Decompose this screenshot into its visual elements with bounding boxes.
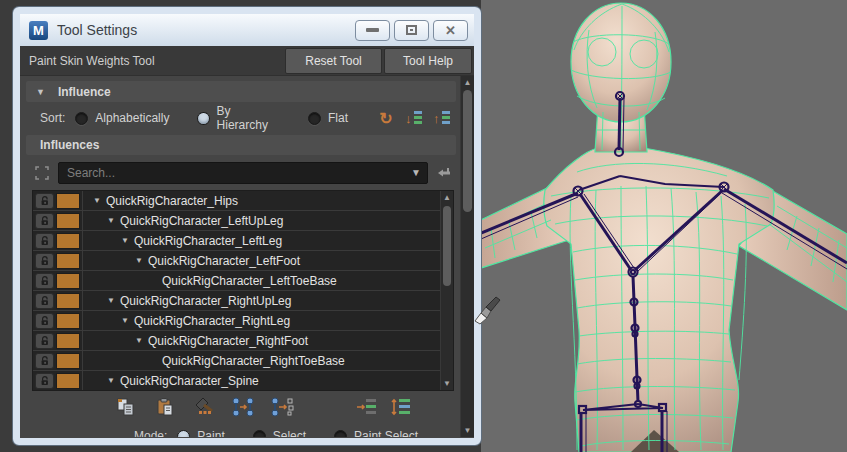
radio-option[interactable]: Flat	[308, 104, 348, 132]
lock-icon[interactable]	[35, 293, 54, 309]
expander-icon[interactable]: ▼	[119, 236, 131, 245]
tool-settings-window: M Tool Settings ✕ Paint Skin Weights Too…	[13, 7, 481, 445]
lock-icon[interactable]	[35, 213, 54, 229]
move-weights-icon[interactable]	[231, 396, 255, 418]
lock-icon[interactable]	[35, 353, 54, 369]
scroll-up-icon[interactable]: ▲	[441, 191, 453, 204]
tree-item-label: ▼QuickRigCharacter_RightFoot	[82, 331, 440, 350]
search-dropdown-icon[interactable]: ▼	[411, 167, 421, 178]
svg-text:↓: ↓	[405, 111, 412, 126]
radio-button[interactable]	[75, 112, 88, 125]
tree-row[interactable]: ▼QuickRigCharacter_RightUpLeg	[33, 291, 440, 311]
scroll-up-icon[interactable]: ▲	[461, 76, 474, 89]
tree-row[interactable]: QuickRigCharacter_RightToeBase	[33, 351, 440, 371]
move-weights-target-icon[interactable]	[270, 396, 294, 418]
collapse-icon[interactable]: ▼	[36, 87, 45, 97]
radio-option[interactable]: Paint Select	[334, 429, 418, 437]
show-influenced-icon[interactable]	[356, 396, 380, 418]
radio-option[interactable]: Select	[253, 429, 306, 437]
scroll-down-icon[interactable]: ▼	[441, 377, 453, 390]
refresh-icon[interactable]: ↻	[376, 109, 396, 127]
select-brackets-icon[interactable]	[32, 164, 52, 182]
sort-list-ascending-icon[interactable]: ↑	[432, 109, 452, 127]
influence-color-swatch[interactable]	[56, 293, 80, 309]
tree-row[interactable]: ▼QuickRigCharacter_LeftLeg	[33, 231, 440, 251]
reset-tool-button[interactable]: Reset Tool	[285, 48, 382, 74]
tree-scrollbar-thumb[interactable]	[443, 206, 451, 286]
viewport-canvas	[481, 0, 847, 452]
tree-item-label: ▼QuickRigCharacter_Hips	[82, 191, 440, 210]
sort-label: Sort:	[40, 111, 65, 125]
influence-color-swatch[interactable]	[56, 313, 80, 329]
viewport-3d[interactable]	[481, 0, 847, 452]
influence-color-swatch[interactable]	[56, 273, 80, 289]
radio-button[interactable]	[177, 430, 190, 438]
expander-icon[interactable]: ▼	[119, 316, 131, 325]
pin-influence-icon[interactable]	[434, 164, 454, 182]
expander-icon[interactable]: ▼	[133, 256, 145, 265]
tree-item-label: ▼QuickRigCharacter_LeftFoot	[82, 251, 440, 270]
weights-actions-toolbar	[26, 393, 456, 421]
radio-button[interactable]	[308, 112, 321, 125]
expander-icon[interactable]: ▼	[91, 196, 103, 205]
hammer-weights-icon[interactable]	[192, 396, 216, 418]
sort-list-descending-icon[interactable]: ↓	[404, 109, 424, 127]
lock-icon[interactable]	[35, 193, 54, 209]
influences-header: Influences	[26, 135, 456, 155]
tree-item-label: ▼QuickRigCharacter_Spine	[82, 371, 440, 390]
panel-scrollbar[interactable]: ▲ ▼	[460, 76, 474, 437]
influence-color-swatch[interactable]	[56, 373, 80, 389]
titlebar[interactable]: M Tool Settings ✕	[20, 14, 474, 46]
close-icon: ✕	[445, 23, 456, 38]
sort-row: Sort: AlphabeticallyBy HierarchyFlat ↻ ↓	[26, 105, 456, 131]
tree-row[interactable]: ▼QuickRigCharacter_Spine	[33, 371, 440, 390]
influence-section-header[interactable]: ▼ Influence	[26, 81, 456, 102]
radio-button[interactable]	[334, 430, 347, 438]
radio-button[interactable]	[253, 430, 266, 438]
radio-option[interactable]: Alphabetically	[75, 104, 169, 132]
influence-color-swatch[interactable]	[56, 193, 80, 209]
expander-icon[interactable]: ▼	[105, 216, 117, 225]
lock-icon[interactable]	[35, 373, 54, 389]
tree-row[interactable]: ▼QuickRigCharacter_Hips	[33, 191, 440, 211]
svg-text:↑: ↑	[433, 111, 440, 126]
radio-label: Flat	[328, 111, 348, 125]
tool-help-button[interactable]: Tool Help	[384, 48, 472, 74]
expander-icon[interactable]: ▼	[105, 376, 117, 385]
tree-row[interactable]: ▼QuickRigCharacter_RightFoot	[33, 331, 440, 351]
influence-color-swatch[interactable]	[56, 213, 80, 229]
tree-item-label: QuickRigCharacter_LeftToeBase	[82, 271, 440, 290]
lock-icon[interactable]	[35, 313, 54, 329]
radio-label: Alphabetically	[95, 111, 169, 125]
lock-icon[interactable]	[35, 253, 54, 269]
paste-weights-icon[interactable]	[153, 396, 177, 418]
expander-icon[interactable]: ▼	[105, 296, 117, 305]
lock-icon[interactable]	[35, 273, 54, 289]
influence-color-swatch[interactable]	[56, 233, 80, 249]
tree-row[interactable]: ▼QuickRigCharacter_LeftUpLeg	[33, 211, 440, 231]
tree-row[interactable]: QuickRigCharacter_LeftToeBase	[33, 271, 440, 291]
copy-weights-icon[interactable]	[114, 396, 138, 418]
influence-color-swatch[interactable]	[56, 253, 80, 269]
influence-color-swatch[interactable]	[56, 333, 80, 349]
tree-row[interactable]: ▼QuickRigCharacter_LeftFoot	[33, 251, 440, 271]
panel-scrollbar-thumb[interactable]	[463, 90, 472, 212]
tree-item-label: QuickRigCharacter_RightToeBase	[82, 351, 440, 370]
mode-label: Mode:	[134, 429, 167, 437]
scroll-down-icon[interactable]: ▼	[461, 424, 474, 437]
influence-color-swatch[interactable]	[56, 353, 80, 369]
mode-row: Mode: PaintSelectPaint Select	[134, 423, 456, 437]
lock-icon[interactable]	[35, 333, 54, 349]
close-button[interactable]: ✕	[433, 20, 468, 41]
radio-button[interactable]	[197, 112, 209, 125]
expander-icon[interactable]: ▼	[133, 336, 145, 345]
maximize-button[interactable]	[394, 20, 429, 41]
search-input[interactable]	[58, 162, 428, 184]
tree-row[interactable]: ▼QuickRigCharacter_RightLeg	[33, 311, 440, 331]
radio-option[interactable]: Paint	[177, 429, 224, 437]
minimize-button[interactable]	[355, 20, 390, 41]
tree-scrollbar[interactable]: ▲ ▼	[440, 191, 453, 390]
lock-icon[interactable]	[35, 233, 54, 249]
expand-list-icon[interactable]	[390, 396, 414, 418]
radio-option[interactable]: By Hierarchy	[197, 104, 280, 132]
